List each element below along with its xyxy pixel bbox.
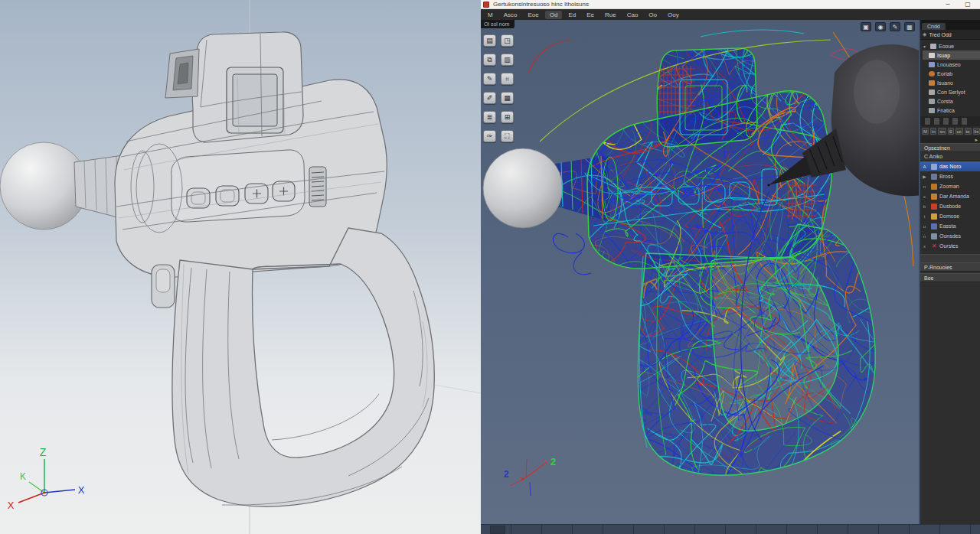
node-icon [929, 71, 935, 77]
viewport-axis-gizmo: 2 2 [504, 456, 556, 496]
lattice-tool-icon[interactable]: ⌗ [501, 73, 514, 85]
timeline-bar[interactable] [481, 524, 980, 534]
brush-tool-icon[interactable]: ✑ [483, 130, 496, 142]
tree-item-5[interactable]: Con Serlyot [923, 87, 980, 96]
timeline-current-frame[interactable] [490, 526, 505, 534]
pen-tool-icon[interactable]: ✐ [483, 92, 496, 104]
expand-arrow-icon[interactable]: ▾ [923, 44, 928, 49]
menu-item-9[interactable]: Ooy [663, 11, 684, 19]
tree-item-0[interactable]: ▾Eooue [923, 41, 980, 50]
massage-gun-model[interactable] [0, 32, 434, 506]
axis-label-k: K [20, 471, 26, 482]
mini-button-6[interactable]: lis [973, 128, 980, 135]
op-item-7[interactable]: nOonsdes [920, 231, 980, 241]
tree-item-7[interactable]: Fnatica [923, 106, 980, 115]
shield-icon: ◈ [923, 31, 926, 37]
bee-section-header[interactable]: Bee [920, 273, 980, 282]
tree-item-6[interactable]: Corsta [923, 96, 980, 106]
delete-x-icon: ✕ [931, 243, 937, 249]
mini-button-5[interactable]: te [965, 128, 972, 135]
op-item-5[interactable]: tDomose [920, 211, 980, 221]
gizmo-label-blue: 2 [504, 469, 509, 480]
align-tool-icon[interactable]: ◳ [501, 34, 514, 47]
panel-spacer [920, 254, 980, 262]
op-item-0[interactable]: Adas Noro [920, 161, 980, 171]
frame-tool-icon[interactable]: ⛶ [501, 130, 514, 142]
tree-item-3[interactable]: Eorlab [923, 69, 980, 78]
op-item-8[interactable]: x✕Ourstes [920, 241, 980, 251]
op-icon [931, 184, 937, 190]
duplicate-tool-icon[interactable]: ⧉ [483, 54, 496, 66]
mini-button-4[interactable]: uc [956, 128, 963, 135]
menu-item-7[interactable]: Cao [622, 11, 643, 19]
layers-tool-icon[interactable]: ▥ [501, 54, 514, 66]
outliner-tree: ▾Eooue Isuap Lnouaseo Eorlab Isuano Con … [920, 40, 980, 116]
mini-button-3[interactable]: S [948, 128, 954, 135]
tool-block-icon [934, 118, 939, 125]
op-item-6[interactable]: uEassta [920, 221, 980, 231]
op-item-2[interactable]: nZooman [920, 181, 980, 191]
tool-block-icon [952, 118, 958, 125]
op-item-4[interactable]: bDusbode [920, 201, 980, 211]
tree-item-2[interactable]: Lnouaseo [923, 60, 980, 69]
menu-item-1[interactable]: Asco [499, 11, 522, 19]
panel-scroll-arrow[interactable]: ▸ [920, 136, 980, 143]
op-item-1[interactable]: ▶Bross [920, 171, 980, 181]
operation-section-header[interactable]: Opsestnen [920, 143, 980, 152]
target-view-icon[interactable]: ◉ [875, 22, 886, 31]
node-icon [929, 53, 935, 58]
node-icon [929, 90, 935, 95]
window-titlebar[interactable]: Gertukonsintresuoso hinc Ithoisuns – ▢ [481, 0, 980, 9]
panel-tab[interactable]: Cndd [922, 23, 946, 30]
tool-block-icon [943, 118, 949, 125]
left-cad-viewport[interactable]: Z K X X [0, 0, 481, 534]
grid-tool-icon[interactable]: ▦ [501, 92, 514, 104]
grid-view-icon[interactable]: ▦ [904, 22, 915, 31]
ball-attachment [0, 142, 87, 230]
app-icon [483, 2, 489, 8]
viewport-camera-tab[interactable]: Ol sol nom [481, 20, 514, 28]
scene-root-row[interactable]: ◈ Tred Odd [920, 30, 980, 40]
menu-bar: M Asco Eoe Od Ed Ee Rue Cao Oo Ooy [481, 10, 980, 20]
menu-item-0[interactable]: M [483, 11, 498, 19]
axis-label-x-blue: X [78, 484, 85, 496]
list-tool-icon[interactable]: ≣ [483, 111, 496, 123]
op-item-3[interactable]: cDar Amanda [920, 191, 980, 201]
ball-attachment-right [483, 148, 563, 228]
node-icon [929, 80, 935, 86]
image-view-icon[interactable]: ▣ [861, 22, 871, 31]
op-icon [931, 164, 937, 170]
scene-root-label: Tred Odd [929, 32, 951, 37]
structure-tool-icon[interactable]: ▤ [483, 34, 496, 47]
operation-list: Adas Noro ▶Bross nZooman cDar Amanda bDu… [920, 161, 980, 251]
mini-button-1[interactable]: in [930, 128, 937, 135]
disabled-icon-strip [920, 116, 980, 126]
window-title: Gertukonsintresuoso hinc Ithoisuns [493, 0, 589, 9]
menu-item-6[interactable]: Rue [600, 11, 621, 19]
nodes-tool-icon[interactable]: ⊞ [501, 111, 514, 123]
mini-button-2[interactable]: sn [938, 128, 946, 135]
annotate-icon[interactable]: ✎ [890, 22, 900, 31]
mini-button-0[interactable]: M [922, 128, 929, 135]
modeling-tool-palette: ▤ ◳ ⧉ ▥ ✎ ⌗ ✐ ▦ ≣ ⊞ ✑ ⛶ [483, 34, 514, 142]
tree-item-1[interactable]: Isuap [923, 50, 980, 60]
menu-item-8[interactable]: Oo [644, 11, 662, 19]
anies-section-header[interactable]: C Aniko [920, 152, 980, 161]
rno-section-header[interactable]: P-Rnouoies [920, 262, 980, 272]
minimize-button[interactable]: – [942, 0, 954, 8]
maximize-button[interactable]: ▢ [962, 0, 974, 8]
menu-item-4[interactable]: Ed [564, 11, 580, 19]
draw-tool-icon[interactable]: ✎ [483, 73, 496, 85]
menu-item-2[interactable]: Eoe [523, 11, 543, 19]
axis-label-z: Z [40, 446, 47, 458]
tree-item-4[interactable]: Isuano [923, 78, 980, 87]
tool-block-icon [962, 118, 967, 125]
3d-viewport[interactable]: Ol sol nom ▤ ◳ ⧉ ▥ ✎ ⌗ ✐ ▦ ≣ ⊞ ✑ ⛶ ▣ [481, 20, 919, 524]
node-icon [930, 44, 936, 49]
viewport-corner-tools: ▣ ◉ ✎ ▦ [861, 22, 915, 31]
op-icon [931, 213, 937, 220]
wireframe-viewport-scene: 2 2 [481, 20, 919, 524]
menu-item-3[interactable]: Od [545, 11, 563, 19]
menu-item-5[interactable]: Ee [582, 11, 599, 19]
op-icon [931, 233, 937, 239]
